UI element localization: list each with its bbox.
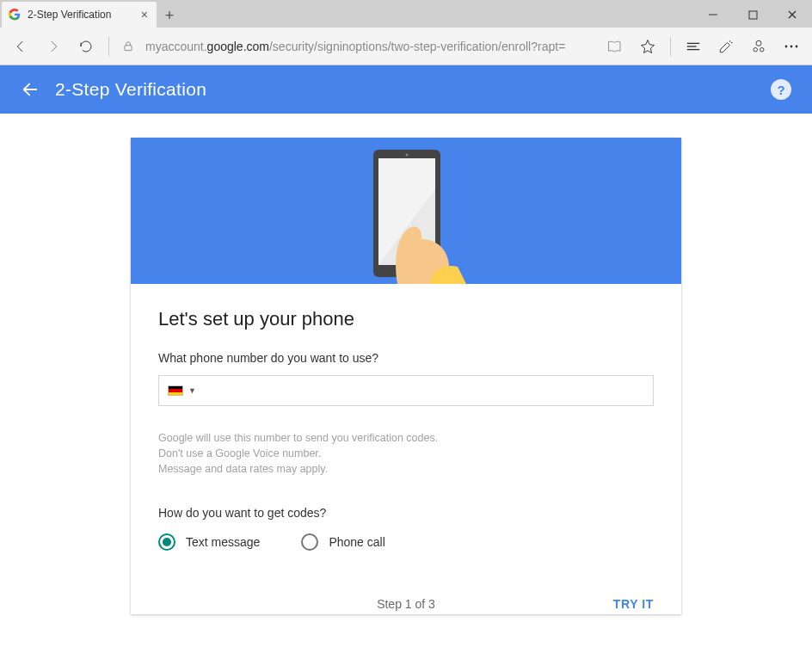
browser-window: 2-Step Verification × + bbox=[0, 0, 812, 65]
window-minimize-button[interactable] bbox=[693, 2, 733, 28]
card-body: Let's set up your phone What phone numbe… bbox=[131, 284, 681, 582]
window-controls bbox=[693, 2, 812, 28]
nav-back-button[interactable] bbox=[5, 31, 36, 62]
phone-hint-text: Google will use this number to send you … bbox=[158, 430, 654, 477]
svg-point-15 bbox=[796, 45, 798, 47]
svg-point-11 bbox=[754, 47, 758, 52]
content-area: Let's set up your phone What phone numbe… bbox=[0, 114, 812, 614]
page-title: 2-Step Verification bbox=[55, 79, 206, 100]
svg-point-13 bbox=[785, 45, 788, 47]
radio-unchecked-icon bbox=[301, 533, 318, 551]
svg-point-12 bbox=[760, 47, 765, 52]
phone-number-field[interactable] bbox=[205, 376, 653, 405]
help-icon[interactable]: ? bbox=[771, 79, 791, 100]
svg-rect-4 bbox=[125, 45, 132, 50]
url-path: /security/signinoptions/two-step-verific… bbox=[269, 40, 565, 53]
codes-question-label: How do you want to get codes? bbox=[158, 506, 654, 520]
window-maximize-button[interactable] bbox=[733, 2, 772, 28]
tab-favicon bbox=[9, 9, 21, 21]
header-back-arrow-icon[interactable] bbox=[21, 80, 40, 99]
svg-point-8 bbox=[729, 40, 731, 42]
flag-germany-icon bbox=[168, 385, 183, 396]
toolbar-separator bbox=[108, 37, 109, 56]
hint-line: Google will use this number to send you … bbox=[158, 430, 654, 446]
hero-illustration bbox=[131, 138, 681, 284]
reading-view-icon[interactable] bbox=[600, 31, 631, 62]
svg-point-10 bbox=[756, 40, 761, 46]
phone-input-group: ▼ bbox=[158, 375, 654, 406]
hint-line: Don't use a Google Voice number. bbox=[158, 446, 654, 461]
radio-label: Text message bbox=[186, 535, 260, 549]
chevron-down-icon: ▼ bbox=[188, 386, 196, 395]
setup-card: Let's set up your phone What phone numbe… bbox=[131, 138, 681, 614]
lock-icon bbox=[116, 31, 140, 62]
radio-phone-call[interactable]: Phone call bbox=[301, 533, 384, 551]
toolbar-right bbox=[600, 31, 807, 62]
tab-title: 2-Step Verification bbox=[28, 9, 111, 21]
browser-toolbar: myaccount.google.com/security/signinopti… bbox=[0, 28, 812, 65]
card-footer: Step 1 of 3 TRY IT bbox=[131, 582, 681, 614]
url-domain: google.com bbox=[207, 40, 269, 53]
svg-point-18 bbox=[406, 154, 409, 157]
more-icon[interactable] bbox=[776, 31, 807, 62]
heading: Let's set up your phone bbox=[158, 308, 654, 330]
tab-strip: 2-Step Verification × + bbox=[0, 0, 812, 28]
new-tab-button[interactable]: + bbox=[157, 3, 182, 28]
window-close-button[interactable] bbox=[772, 2, 812, 28]
nav-refresh-button[interactable] bbox=[71, 31, 102, 62]
svg-point-9 bbox=[731, 41, 733, 43]
svg-rect-1 bbox=[749, 11, 757, 19]
favorite-star-icon[interactable] bbox=[632, 31, 663, 62]
browser-tab-active[interactable]: 2-Step Verification × bbox=[2, 2, 157, 28]
svg-point-14 bbox=[790, 45, 793, 47]
country-code-picker[interactable]: ▼ bbox=[159, 376, 205, 405]
hint-line: Message and data rates may apply. bbox=[158, 461, 654, 477]
tab-close-icon[interactable]: × bbox=[141, 8, 148, 22]
step-indicator: Step 1 of 3 bbox=[377, 597, 435, 611]
radio-label: Phone call bbox=[329, 535, 384, 549]
notes-icon[interactable] bbox=[710, 31, 741, 62]
phone-question-label: What phone number do you want to use? bbox=[158, 351, 654, 365]
try-it-button[interactable]: TRY IT bbox=[613, 597, 654, 611]
app-header: 2-Step Verification ? bbox=[0, 65, 812, 114]
radio-text-message[interactable]: Text message bbox=[158, 533, 260, 551]
hub-icon[interactable] bbox=[678, 31, 709, 62]
address-bar[interactable]: myaccount.google.com/security/signinopti… bbox=[142, 31, 598, 62]
share-icon[interactable] bbox=[743, 31, 774, 62]
radio-checked-icon bbox=[158, 533, 175, 551]
toolbar-separator bbox=[670, 37, 671, 56]
url-prefix: myaccount. bbox=[145, 40, 207, 53]
code-delivery-radio-group: Text message Phone call bbox=[158, 533, 654, 551]
nav-forward-button[interactable] bbox=[38, 31, 69, 62]
